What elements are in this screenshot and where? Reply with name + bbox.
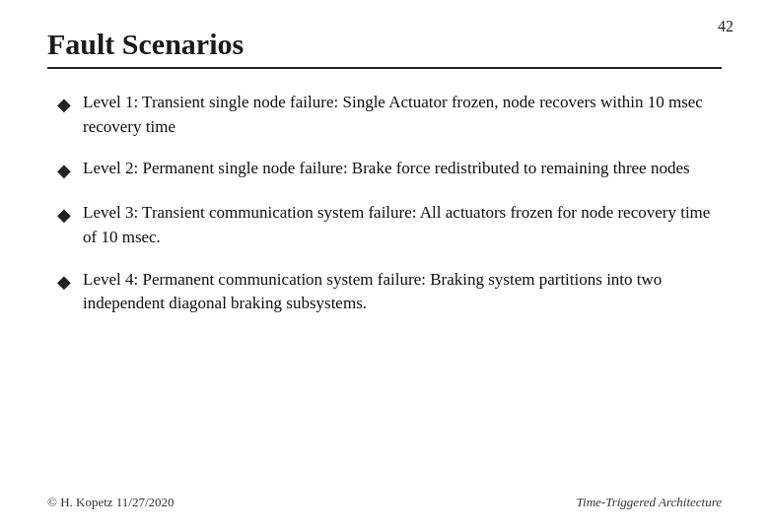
list-item: ◆ Level 1: Transient single node failure…	[57, 91, 722, 139]
slide-container: 42 Fault Scenarios ◆ Level 1: Transient …	[0, 0, 769, 532]
bullet-text-3: Level 3: Transient communication system …	[83, 201, 722, 249]
bullet-text-2: Level 2: Permanent single node failure: …	[83, 157, 722, 181]
bullet-diamond-icon: ◆	[57, 158, 71, 183]
footer-copyright: © H. Kopetz 11/27/2020	[47, 495, 175, 510]
slide-number: 42	[718, 18, 734, 35]
footer: © H. Kopetz 11/27/2020 Time-Triggered Ar…	[47, 495, 722, 510]
bullet-diamond-icon: ◆	[57, 202, 71, 228]
bullet-diamond-icon: ◆	[57, 92, 71, 117]
title-divider	[47, 67, 722, 69]
list-item: ◆ Level 4: Permanent communication syste…	[57, 268, 722, 316]
list-item: ◆ Level 2: Permanent single node failure…	[57, 157, 722, 183]
bullet-text-1: Level 1: Transient single node failure: …	[83, 91, 722, 139]
bullet-diamond-icon: ◆	[57, 269, 71, 295]
footer-title: Time-Triggered Architecture	[577, 495, 722, 510]
bullet-list: ◆ Level 1: Transient single node failure…	[47, 91, 722, 316]
bullet-text-4: Level 4: Permanent communication system …	[83, 268, 722, 316]
list-item: ◆ Level 3: Transient communication syste…	[57, 201, 722, 249]
page-title: Fault Scenarios	[47, 28, 722, 61]
